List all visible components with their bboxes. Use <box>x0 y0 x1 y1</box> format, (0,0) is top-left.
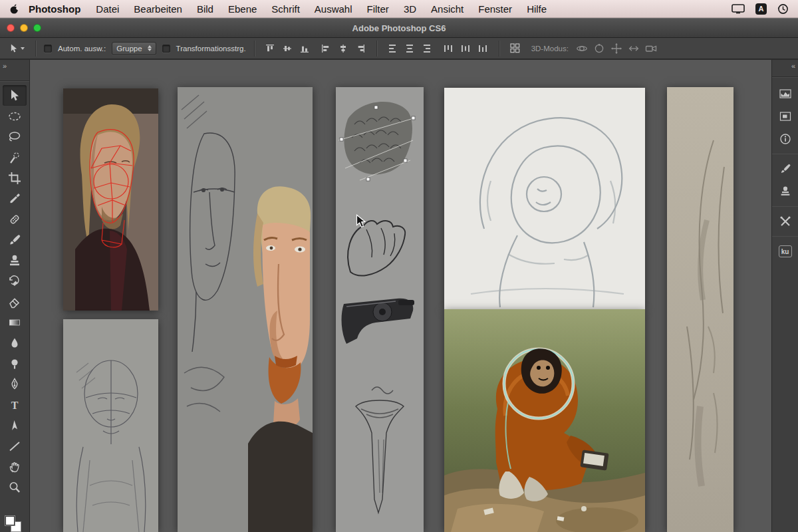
head-sketch-artwork <box>63 319 158 532</box>
menu-3d[interactable]: 3D <box>396 3 424 15</box>
menu-bearbeiten[interactable]: Bearbeiten <box>126 3 190 15</box>
3d-orbit-icon[interactable] <box>575 41 590 56</box>
menu-bild[interactable]: Bild <box>190 3 221 15</box>
document-caricature-portrait-painting[interactable] <box>178 87 313 532</box>
menu-ansicht[interactable]: Ansicht <box>424 3 471 15</box>
clone-stamp-tool[interactable] <box>3 250 27 271</box>
transform-controls-label: Transformationsstrg. <box>176 45 246 53</box>
menu-hilfe[interactable]: Hilfe <box>519 3 554 15</box>
elliptical-marquee-tool[interactable] <box>3 106 27 126</box>
blur-tool[interactable] <box>3 332 27 353</box>
pen-icon <box>7 377 22 392</box>
dock-separator <box>772 206 798 207</box>
distribute-right-icon[interactable] <box>475 41 491 56</box>
minimize-button[interactable] <box>20 24 28 32</box>
zoom-tool[interactable] <box>3 477 27 497</box>
menu-app-name[interactable]: Photoshop <box>23 3 88 15</box>
align-bottom-icon[interactable] <box>297 41 313 56</box>
histogram-icon[interactable] <box>775 84 795 104</box>
canvas-area[interactable] <box>31 60 771 532</box>
history-brush-tool[interactable] <box>3 271 27 291</box>
eraser-tool[interactable] <box>3 291 27 312</box>
quick-selection-tool[interactable] <box>3 147 27 168</box>
3d-slide-icon[interactable] <box>626 41 642 56</box>
toolbox-collapse-toggle[interactable]: » <box>0 60 29 81</box>
align-vcenter-icon[interactable] <box>280 41 295 56</box>
menu-fenster[interactable]: Fenster <box>471 3 519 15</box>
menu-datei[interactable]: Datei <box>88 3 126 15</box>
foreground-color-swatch[interactable] <box>5 515 15 526</box>
document-portrait-photo-with-construction-lines[interactable] <box>63 88 158 311</box>
gradient-tool[interactable] <box>3 312 27 332</box>
brush-tool[interactable] <box>3 229 27 250</box>
lasso-tool[interactable] <box>3 126 27 147</box>
3d-pan-icon[interactable] <box>609 41 624 56</box>
auto-select-dropdown[interactable]: Gruppe <box>112 42 156 55</box>
transform-controls-checkbox[interactable] <box>162 45 170 53</box>
dock-separator <box>772 236 798 237</box>
clone-source-icon[interactable] <box>775 182 795 201</box>
crop-tool[interactable] <box>3 168 27 188</box>
display-icon[interactable] <box>732 4 745 14</box>
document-head-construction-sketch[interactable] <box>63 319 158 532</box>
type-tool[interactable]: T <box>3 394 27 415</box>
distribute-hcenter-icon[interactable] <box>458 41 473 56</box>
color-swatches <box>3 513 26 532</box>
window-titlebar[interactable]: Adobe Photoshop CS6 <box>0 18 798 38</box>
distribute-vcenter-icon[interactable] <box>402 41 418 56</box>
menu-ebene[interactable]: Ebene <box>221 3 264 15</box>
figure-sketch-artwork <box>667 87 733 532</box>
3d-roll-icon[interactable] <box>592 41 607 56</box>
dock-collapse-toggle[interactable]: « <box>772 60 798 77</box>
line-tool[interactable] <box>3 436 27 456</box>
clone-stamp-icon <box>7 253 22 268</box>
tool-list: T <box>0 81 29 497</box>
quick-selection-icon <box>7 150 22 165</box>
menu-schrift[interactable]: Schrift <box>264 3 307 15</box>
healing-brush-icon <box>7 212 22 227</box>
separator <box>376 41 377 57</box>
menu-filter[interactable]: Filter <box>360 3 396 15</box>
info-icon[interactable] <box>775 129 795 149</box>
apple-icon <box>9 3 19 15</box>
align-top-icon[interactable] <box>263 41 278 56</box>
separator <box>35 41 36 57</box>
navigator-icon[interactable] <box>775 106 795 126</box>
align-hcenter-icon[interactable] <box>336 41 351 56</box>
time-machine-icon[interactable] <box>777 3 789 15</box>
pen-tool[interactable] <box>3 374 27 394</box>
eyedropper-tool[interactable] <box>3 188 27 209</box>
distribute-top-icon[interactable] <box>385 41 400 56</box>
auto-select-checkbox[interactable] <box>44 45 52 53</box>
3d-mode-label: 3D-Modus: <box>531 45 569 53</box>
distribute-left-icon[interactable] <box>441 41 456 56</box>
menu-auswahl[interactable]: Auswahl <box>307 3 360 15</box>
apple-menu[interactable] <box>9 3 19 15</box>
hand-tool[interactable] <box>3 456 27 477</box>
distribute-bottom-icon[interactable] <box>420 41 435 56</box>
brush-panel-icon[interactable] <box>775 159 795 179</box>
auto-align-layers-icon[interactable] <box>507 41 523 56</box>
move-tool[interactable] <box>3 85 27 106</box>
history-brush-icon <box>7 274 22 289</box>
dodge-tool[interactable] <box>3 353 27 374</box>
3d-camera-icon[interactable] <box>644 41 659 56</box>
move-tool-icon <box>7 88 22 103</box>
kuler-icon[interactable]: ku <box>775 241 795 261</box>
healing-brush-tool[interactable] <box>3 209 27 229</box>
align-right-icon[interactable] <box>353 41 368 56</box>
window-title: Adobe Photoshop CS6 <box>352 23 446 33</box>
tool-presets-icon[interactable] <box>775 211 795 231</box>
close-button[interactable] <box>7 24 15 32</box>
eraser-icon <box>7 295 22 309</box>
document-chimp-astronaut-painting[interactable] <box>444 309 645 532</box>
input-source-icon[interactable]: A <box>755 3 767 15</box>
zoom-button[interactable] <box>33 24 41 32</box>
path-selection-tool[interactable] <box>3 415 27 436</box>
document-figure-study-sketch[interactable] <box>667 87 733 532</box>
separator <box>499 41 499 57</box>
align-left-icon[interactable] <box>319 41 334 56</box>
document-props-and-hands-sketch[interactable] <box>336 87 424 532</box>
tool-preset-picker[interactable] <box>5 42 27 55</box>
document-chimp-gesture-sketch[interactable] <box>444 88 645 309</box>
